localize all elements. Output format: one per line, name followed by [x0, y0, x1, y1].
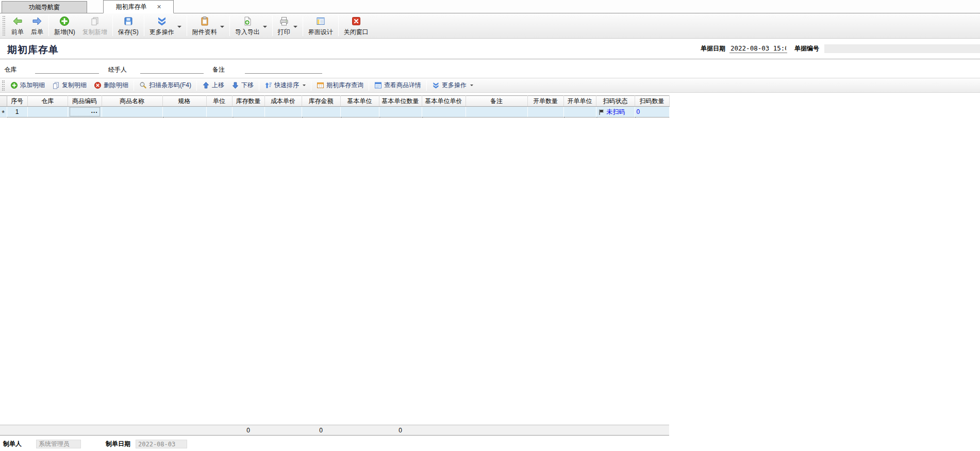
cell-scan-status[interactable]: 未扫码	[596, 107, 635, 118]
col-cost-price[interactable]: 成本单价	[264, 96, 302, 107]
tab-function-navigator[interactable]: 功能导航窗	[2, 1, 87, 13]
doc-number-input[interactable]	[824, 44, 980, 53]
next-arrow-icon	[31, 15, 43, 27]
col-product-name[interactable]: 商品名称	[102, 96, 162, 107]
doc-header-fields: 单据日期 单据编号	[701, 44, 980, 53]
col-index[interactable]: 序号	[7, 96, 27, 107]
col-base-unit-qty[interactable]: 基本单位数量	[379, 96, 422, 107]
tab-bar: 功能导航窗 期初库存单 ×	[0, 0, 980, 13]
copy-new-button[interactable]: 复制新增	[79, 14, 111, 37]
remark-input[interactable]	[245, 65, 322, 74]
button-label: 添加明细	[20, 81, 45, 90]
button-label: 删除明细	[104, 81, 128, 90]
header-divider	[0, 59, 980, 59]
col-scan-status[interactable]: 扫码状态	[596, 96, 635, 107]
button-label: 期初库存查询	[326, 81, 363, 90]
cell-product-code[interactable]: ···	[68, 107, 102, 118]
col-remark[interactable]: 备注	[466, 96, 527, 107]
toolbar-separator	[134, 80, 134, 91]
print-button[interactable]: 打印	[274, 14, 301, 37]
total-stock-qty: 0	[232, 425, 264, 436]
cell-base-unit-price[interactable]	[422, 107, 466, 118]
col-unit[interactable]: 单位	[206, 96, 232, 107]
make-date-label: 制单日期	[106, 440, 130, 448]
grid-header-row: 序号 仓库 商品编码 商品名称 规格 单位 库存数量 成本单价 库存金额 基本单…	[0, 96, 669, 107]
total-stock-amount: 0	[302, 425, 340, 436]
warehouse-label: 仓库	[4, 65, 16, 74]
cell-stock-amount[interactable]	[302, 107, 340, 118]
col-spec[interactable]: 规格	[162, 96, 206, 107]
cell-order-qty[interactable]	[527, 107, 563, 118]
doc-date-input[interactable]	[729, 44, 787, 53]
import-export-button[interactable]: 导入导出	[231, 14, 271, 37]
tab-close-icon[interactable]: ×	[157, 3, 161, 10]
cell-order-unit[interactable]	[563, 107, 596, 118]
button-label: 前单	[11, 28, 24, 37]
scan-barcode-button[interactable]: 扫描条形码(F4)	[136, 79, 195, 92]
next-doc-button[interactable]: 后单	[27, 14, 47, 37]
ui-design-button[interactable]: 界面设计	[305, 14, 337, 37]
cell-base-unit[interactable]	[340, 107, 379, 118]
table-grid-icon	[317, 81, 324, 89]
flag-icon	[598, 109, 605, 115]
save-button[interactable]: 保存(S)	[114, 14, 142, 37]
cell-warehouse[interactable]	[27, 107, 68, 118]
double-chevron-down-icon	[432, 81, 440, 89]
new-button[interactable]: 新增(N)	[51, 14, 79, 37]
col-base-unit[interactable]: 基本单位	[340, 96, 379, 107]
cell-spec[interactable]	[162, 107, 206, 118]
delete-detail-button[interactable]: 删除明细	[90, 79, 132, 92]
cell-product-name[interactable]	[102, 107, 162, 118]
prev-doc-button[interactable]: 前单	[8, 14, 27, 37]
double-chevron-down-icon	[156, 15, 168, 27]
cell-base-unit-qty[interactable]	[379, 107, 422, 118]
attachments-button[interactable]: 附件资料	[189, 14, 228, 37]
row-selector-cell[interactable]: *	[0, 107, 7, 118]
detail-toolbar-grip[interactable]	[2, 80, 5, 91]
maker-field	[36, 440, 81, 448]
button-label: 快速排序	[274, 81, 299, 90]
toolbar-grip[interactable]	[3, 16, 5, 36]
col-scan-qty[interactable]: 扫码数量	[635, 96, 669, 107]
more-actions-button[interactable]: 更多操作	[146, 14, 185, 37]
warehouse-input[interactable]	[35, 65, 99, 74]
col-stock-qty[interactable]: 库存数量	[232, 96, 264, 107]
copy-detail-button[interactable]: 复制明细	[48, 79, 90, 92]
view-product-detail-button[interactable]: 查看商品详情	[371, 79, 425, 92]
close-window-button[interactable]: 关闭窗口	[340, 14, 372, 37]
col-warehouse[interactable]: 仓库	[27, 96, 68, 107]
initial-stock-query-button[interactable]: 期初库存查询	[313, 79, 367, 92]
quick-sort-button[interactable]: 快速排序	[261, 79, 309, 92]
page-title: 期初库存单	[7, 43, 59, 57]
save-icon	[123, 15, 134, 27]
cell-cost-price[interactable]	[264, 107, 302, 118]
col-product-code[interactable]: 商品编码	[68, 96, 102, 107]
move-up-button[interactable]: 上移	[198, 79, 228, 92]
cell-scan-qty[interactable]: 0	[635, 107, 669, 118]
delete-icon	[94, 81, 102, 89]
col-stock-amount[interactable]: 库存金额	[302, 96, 340, 107]
app-window: 功能导航窗 期初库存单 × 前单 后单	[0, 0, 980, 451]
toolbar-separator	[369, 80, 369, 91]
button-label: 关闭窗口	[344, 28, 369, 37]
lookup-ellipsis-button[interactable]: ···	[89, 108, 100, 116]
toolbar-separator	[229, 15, 230, 36]
grid-data-row[interactable]: * 1 ···	[0, 107, 669, 118]
button-label: 界面设计	[308, 28, 333, 37]
cell-stock-qty[interactable]	[232, 107, 264, 118]
cell-remark[interactable]	[466, 107, 527, 118]
col-order-unit[interactable]: 开单单位	[563, 96, 596, 107]
more-detail-actions-button[interactable]: 更多操作	[428, 79, 477, 92]
add-icon	[10, 81, 18, 89]
cell-unit[interactable]	[206, 107, 232, 118]
add-detail-button[interactable]: 添加明细	[7, 79, 48, 92]
handler-input[interactable]	[140, 65, 204, 74]
col-base-unit-price[interactable]: 基本单位单价	[422, 96, 466, 107]
move-down-button[interactable]: 下移	[228, 79, 257, 92]
toolbar-separator	[48, 15, 49, 36]
tab-initial-inventory[interactable]: 期初库存单 ×	[103, 0, 174, 13]
clipboard-icon	[199, 15, 210, 27]
cell-index[interactable]: 1	[7, 107, 27, 118]
col-order-qty[interactable]: 开单数量	[527, 96, 563, 107]
close-window-icon	[351, 15, 362, 27]
